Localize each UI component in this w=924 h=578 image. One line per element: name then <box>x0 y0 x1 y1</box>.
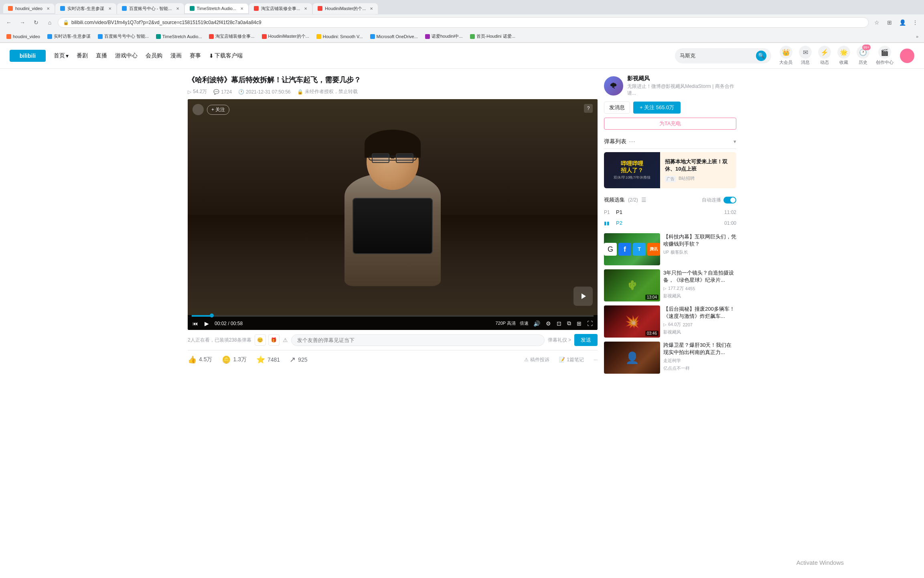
ad-banner[interactable]: 哔哩哔哩招人了？ 双休/早10晚7/年休撸猫 招募本地大可爱来上班！双休、10点… <box>604 152 736 188</box>
share-button[interactable]: ↗ 925 <box>290 355 307 364</box>
danmaku-send-button[interactable]: 发送 <box>574 334 598 346</box>
coin-button[interactable]: 🪙 1.3万 <box>222 355 246 364</box>
related-videos: G f T 腾讯 【科技内幕】互联网巨头们，凭啥赚钱到手软？ UP 极客队长 <box>604 233 736 374</box>
dynamic-icon-item[interactable]: ⚡ 动态 <box>818 46 831 65</box>
history-icon-item[interactable]: 🕐 99+ 历史 <box>857 46 869 65</box>
bookmark-timestretch[interactable]: TimeStretch Audio... <box>153 33 205 40</box>
bookmark-favicon <box>370 34 375 39</box>
nav-download[interactable]: ⬇ 下载客户端 <box>209 52 243 59</box>
playlist-item-p2[interactable]: ▮▮ P2 01:00 <box>604 218 736 228</box>
playlist-item-p1[interactable]: P1 P1 11:02 <box>604 207 736 218</box>
user-avatar[interactable] <box>900 49 914 63</box>
bookmark-taobao[interactable]: 淘宝店铺装修全事... <box>206 32 257 41</box>
search-bar[interactable]: 🔍 <box>675 48 771 63</box>
bookmark-nuoai[interactable]: 诺爱houdini中... <box>422 32 466 41</box>
close-tab-icon[interactable]: ✕ <box>240 6 243 11</box>
forward-button[interactable]: → <box>17 17 28 28</box>
speed-button[interactable]: 倍速 <box>520 320 529 326</box>
skip-back-button[interactable]: ⏮ <box>192 320 199 328</box>
danmaku-more-icon[interactable]: ⋯ <box>629 138 635 145</box>
browser-tab-timestretch[interactable]: TimeStretch Audio... ✕ <box>185 4 249 13</box>
video-main: 《哈利波特》幕后特效拆解！让汽车起飞，需要几步？ ▷ 54.2万 💬 1724 … <box>188 75 598 378</box>
search-button[interactable]: 🔍 <box>756 51 766 61</box>
bookmark-star-icon[interactable]: ☆ <box>871 17 882 28</box>
related-video-4[interactable]: 👤 跨爆卫星？爆肝30天！我们在现实中拍出柯南的真正力... 走近柯学 亿点点不… <box>604 342 736 374</box>
settings-button[interactable]: ⚙ <box>545 320 552 328</box>
auto-play-switch[interactable] <box>723 197 736 204</box>
address-bar[interactable]: 🔒 bilibili.com/video/BV1fm4y1Q7of?p=2&vd… <box>58 17 869 28</box>
follow-mini-button[interactable]: + 关注 <box>207 105 229 115</box>
play-pause-button[interactable]: ▶ <box>204 320 210 328</box>
star-icon: ⭐ <box>256 355 265 364</box>
related-video-3[interactable]: 03:46 💥 【后台揭秘】撞废200多辆车！《速度与激情》炸烂飙车... ▷ … <box>604 305 736 338</box>
note-button[interactable]: 📝 1篇笔记 <box>559 356 584 363</box>
follow-button[interactable]: + 关注 565.0万 <box>633 102 681 114</box>
settings-icon[interactable]: ⋮ <box>910 17 921 28</box>
bookmark-baidu[interactable]: 百度账号号中心 智能... <box>95 32 152 41</box>
widescreen-button[interactable]: ⊞ <box>576 320 582 328</box>
favorite-button[interactable]: ⭐ 7481 <box>256 355 280 364</box>
quality-button[interactable]: 720P 高清 <box>495 320 516 326</box>
nav-live[interactable]: 直播 <box>96 52 107 59</box>
bookmark-houdini-video[interactable]: houdini_video <box>3 33 43 40</box>
fullscreen-button[interactable]: ⛶ <box>586 320 594 328</box>
favorites-icon-item[interactable]: 🌟 收藏 <box>837 46 850 65</box>
refresh-button[interactable]: ↻ <box>30 17 42 28</box>
charge-button[interactable]: 为TA充电 <box>604 118 736 130</box>
message-icon-item[interactable]: ✉ 消息 <box>799 46 812 65</box>
close-tab-icon[interactable]: ✕ <box>108 6 111 11</box>
more-actions-button[interactable]: ··· <box>594 357 598 362</box>
close-tab-icon[interactable]: ✕ <box>370 6 373 11</box>
bilibili-logo[interactable]: bilibili <box>10 50 46 62</box>
bookmark-houdinimaster[interactable]: HoudiniMaster的个... <box>259 32 312 41</box>
report-button[interactable]: ⚠ 稿件投诉 <box>524 356 549 363</box>
search-input[interactable] <box>680 53 753 59</box>
nav-home[interactable]: 首页 ▾ <box>54 52 69 59</box>
related-thumb-3: 03:46 💥 <box>604 305 660 338</box>
volume-button[interactable]: 🔊 <box>533 320 541 328</box>
danmaku-input[interactable] <box>291 334 545 346</box>
channel-avatar[interactable]: 🌪 <box>604 76 623 96</box>
bookmark-realtime[interactable]: 实时访客-生意参谋 <box>44 32 94 41</box>
browser-tab-baidu[interactable]: 百度账号中心 - 智能... ✕ <box>117 3 184 14</box>
related-video-2[interactable]: 🌵 13:04 3年只拍一个镜头？自造拍摄设备，《绿色星球》纪录片... ▷ 1… <box>604 269 736 301</box>
nav-comic[interactable]: 漫画 <box>170 52 182 59</box>
video-player[interactable]: + 关注 ? ⏮ ▶ <box>188 99 598 330</box>
browser-tab-houdini[interactable]: houdini_video ✕ <box>3 4 55 13</box>
nav-member[interactable]: 会员购 <box>146 52 162 59</box>
like-button[interactable]: 👍 4.5万 <box>188 355 212 364</box>
channel-name[interactable]: 影视飓风 <box>627 75 736 82</box>
send-message-button[interactable]: 发消息 <box>604 102 630 114</box>
browser-tab-taobao[interactable]: 淘宝店铺装修全事... ✕ <box>249 3 312 14</box>
extension-icon[interactable]: ⊞ <box>884 17 895 28</box>
profile-icon[interactable]: 👤 <box>897 17 908 28</box>
playlist-list-icon[interactable]: ☰ <box>641 197 646 203</box>
close-tab-icon[interactable]: ✕ <box>176 6 179 11</box>
bookmarks-more[interactable]: » <box>914 33 921 40</box>
bookmark-smooth[interactable]: Houdini: Smooth V... <box>313 33 366 40</box>
close-tab-icon[interactable]: ✕ <box>304 6 307 11</box>
bilibili-overlay-icon[interactable] <box>573 287 593 306</box>
danmaku-protocol[interactable]: 弹幕礼仪 > <box>548 337 571 344</box>
vip-icon-item[interactable]: 👑 大会员 <box>779 46 792 65</box>
question-mark-icon[interactable]: ? <box>584 104 593 113</box>
bookmark-onedrive[interactable]: Microsoft OneDrive... <box>367 33 421 40</box>
nav-game[interactable]: 游戏中心 <box>115 52 138 59</box>
danmaku-emoji-button[interactable]: 😊 <box>255 334 266 346</box>
related-video-1[interactable]: G f T 腾讯 【科技内幕】互联网巨头们，凭啥赚钱到手软？ UP 极客队长 <box>604 233 736 265</box>
pip-button[interactable]: ⧉ <box>566 319 572 328</box>
progress-bar[interactable] <box>192 315 594 317</box>
comment-meta-icon: 💬 <box>213 89 219 95</box>
create-icon-item[interactable]: 🎬 创作中心 <box>876 46 894 65</box>
browser-tab-houdinimaster[interactable]: HoudiniMaster的个... ✕ <box>313 3 378 14</box>
close-tab-icon[interactable]: ✕ <box>47 6 50 11</box>
back-button[interactable]: ← <box>3 17 14 28</box>
nav-esports[interactable]: 赛事 <box>190 52 201 59</box>
danmaku-expand-icon[interactable]: ▾ <box>734 138 736 144</box>
home-button[interactable]: ⌂ <box>44 17 55 28</box>
bookmark-houdini-home[interactable]: 首页-Houdini 诺爱... <box>467 32 519 41</box>
browser-tab-realtime[interactable]: 实时访客-生意参谋 ✕ <box>55 3 116 14</box>
theater-button[interactable]: ⊡ <box>556 320 562 328</box>
nav-drama[interactable]: 番剧 <box>77 52 88 59</box>
danmaku-gift-button[interactable]: 🎁 <box>268 334 280 346</box>
